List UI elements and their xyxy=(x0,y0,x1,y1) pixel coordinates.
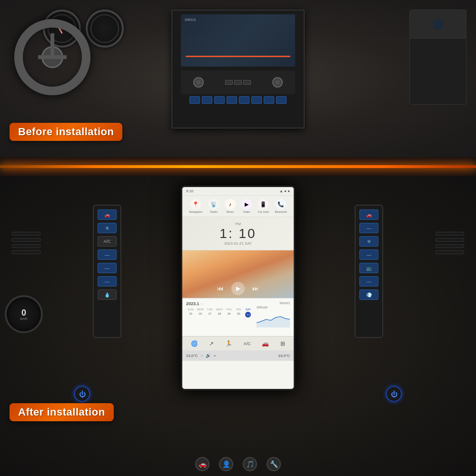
ctrl-btn-3[interactable] xyxy=(243,80,251,85)
screen-ui: 9:10 ▲ ● ● 📍 Navigation 📡 Radio xyxy=(182,187,294,389)
panel-btn-fan[interactable]: — xyxy=(98,249,117,260)
speedo-circle: 0 km/h xyxy=(5,295,43,333)
preset-btn-5[interactable] xyxy=(239,96,249,104)
calendar-days-grid: 15 16 17 18 19 20 21 xyxy=(186,312,253,317)
radio-screen-inner: SIRIUS xyxy=(181,14,295,67)
altitude-label: Altitude xyxy=(257,306,290,309)
cal-20: 20 xyxy=(234,312,243,317)
nav-icon: 📍 xyxy=(190,199,201,209)
day-wed: WED xyxy=(215,308,224,311)
ctrl-btn-1[interactable] xyxy=(225,80,233,85)
media-controls: ⏮ ▶ ⏭ xyxy=(182,282,294,295)
knob-right[interactable] xyxy=(272,77,283,88)
vent-slot-2 xyxy=(12,238,40,242)
screen-seat-icon[interactable]: 🏃 xyxy=(225,340,232,347)
preset-btn-3[interactable] xyxy=(214,96,225,104)
vent-slot-4 xyxy=(12,250,40,254)
video-icon: ▶ xyxy=(241,199,252,209)
vent-slot-r2 xyxy=(436,238,464,242)
panel-btn-fan2[interactable]: — xyxy=(98,263,117,273)
r-panel-btn-4[interactable]: — xyxy=(359,249,378,260)
temp-left-value: 23.0°C xyxy=(186,354,198,358)
clock-date: 2023-01-21 SAT xyxy=(224,241,252,246)
panel-btn-fan3[interactable]: — xyxy=(98,276,117,287)
calendar-header: 2023.1 › xyxy=(186,301,253,306)
nav-label: Navigation xyxy=(189,210,202,213)
bt-app-icon[interactable]: 📞 Bluetooth xyxy=(275,199,287,213)
power-button-left[interactable]: ⏻ xyxy=(74,386,90,402)
day-fri: FRI xyxy=(234,308,243,311)
orange-line xyxy=(0,165,476,168)
volume-icon: 🔊 xyxy=(206,353,211,358)
play-btn[interactable]: ▶ xyxy=(231,282,245,295)
panel-btn-cool[interactable]: ❄ xyxy=(98,223,117,233)
new-touchscreen[interactable]: 9:10 ▲ ● ● 📍 Navigation 📡 Radio xyxy=(181,186,295,390)
bt-label: Bluetooth xyxy=(275,210,287,213)
screen-fan-icon[interactable]: 🌀 xyxy=(191,340,198,347)
bottom-icon-4[interactable]: 🔧 xyxy=(267,457,281,471)
icon-circle-2: 👤 xyxy=(219,457,233,471)
music-app-icon[interactable]: ♪ Music xyxy=(225,199,236,213)
r-panel-btn-7[interactable]: 💨 xyxy=(359,289,378,300)
orange-divider xyxy=(0,157,476,176)
before-installation-badge: Before installation xyxy=(10,123,122,141)
power-button-right[interactable]: ⏻ xyxy=(386,386,402,402)
r-panel-btn-2[interactable]: — xyxy=(359,223,378,233)
next-btn[interactable]: ⏭ xyxy=(252,285,259,292)
prev-btn[interactable]: ⏮ xyxy=(217,285,224,292)
bottom-icon-2[interactable]: 👤 xyxy=(219,457,233,471)
carauto-app-icon[interactable]: 📱 Car Auto xyxy=(258,199,269,213)
preset-btn-7[interactable] xyxy=(264,96,274,104)
temp-minus-icon[interactable]: － xyxy=(200,353,204,358)
cal-today: 21 xyxy=(245,312,251,317)
video-app-icon[interactable]: ▶ Video xyxy=(241,199,252,213)
screen-car2-icon[interactable]: 🚗 xyxy=(262,340,269,347)
media-section[interactable]: ⏮ ▶ ⏭ xyxy=(182,250,294,298)
radio-app-icon[interactable]: 📡 Radio xyxy=(208,199,219,213)
ac-label: A/C xyxy=(103,239,110,244)
ctrl-btn-2[interactable] xyxy=(234,80,242,85)
preset-btn-2[interactable] xyxy=(202,96,212,104)
steering-spoke-v xyxy=(50,33,54,57)
calendar-section: 2023.1 › SUN MON TUE WED THU FRI SAT xyxy=(182,298,294,336)
r-panel-btn-3[interactable]: ❄ xyxy=(359,236,378,247)
clock-section: PM 1: 10 2023-01-21 SAT xyxy=(182,217,294,250)
preset-btn-8[interactable] xyxy=(276,96,287,104)
screen-person-icon[interactable]: ↗ xyxy=(209,340,214,347)
knob-left[interactable] xyxy=(193,77,204,88)
panel-btn-car-left[interactable]: 🚗 xyxy=(98,209,117,220)
screen-ac-icon[interactable]: A/C xyxy=(244,341,251,346)
icon-circle-1: 🚗 xyxy=(195,457,209,471)
radio-controls xyxy=(181,70,295,94)
panel-btn-defrost[interactable]: 💧 xyxy=(98,289,117,300)
preset-btn-4[interactable] xyxy=(227,96,237,104)
temp-right-area: 24.0°C xyxy=(278,354,290,358)
preset-btn-1[interactable] xyxy=(189,96,200,104)
preset-btn-6[interactable] xyxy=(251,96,262,104)
bottom-icon-3[interactable]: 🎵 xyxy=(243,457,257,471)
clock-time-display: 1: 10 xyxy=(219,227,256,240)
temp-left-area: 23.0°C － 🔊 ＋ xyxy=(186,353,217,358)
speedometer: 0 km/h xyxy=(5,295,43,333)
temp-plus-icon[interactable]: ＋ xyxy=(213,353,217,358)
video-label: Video xyxy=(243,210,250,213)
bottom-icon-1[interactable]: 🚗 xyxy=(195,457,209,471)
left-control-panel: 🚗 ❄ A/C — — — 💧 xyxy=(93,205,121,338)
r-panel-btn-1[interactable]: 🚗 xyxy=(359,209,378,220)
nav-app-icon[interactable]: 📍 Navigation xyxy=(189,199,202,213)
steering-wheel-area xyxy=(14,19,100,105)
left-vent xyxy=(10,214,43,271)
r-panel-btn-5[interactable]: 📺 xyxy=(359,263,378,273)
cal-16: 16 xyxy=(196,312,205,317)
app-icons-row: 📍 Navigation 📡 Radio ♪ Music ▶ xyxy=(182,196,294,217)
r-panel-btn-6[interactable]: — xyxy=(359,276,378,287)
panel-btn-ac[interactable]: A/C xyxy=(98,236,117,247)
radio-display-text: SIRIUS xyxy=(185,18,196,21)
radio-btn-row xyxy=(225,80,251,85)
screen-grid-icon[interactable]: ⊞ xyxy=(280,340,285,347)
vent-slot-r4 xyxy=(436,250,464,254)
day-tue: TUE xyxy=(205,308,214,311)
after-installation-badge: After installation xyxy=(10,403,114,421)
radio-screen: SIRIUS xyxy=(181,14,295,67)
altitude-chart xyxy=(257,311,290,327)
